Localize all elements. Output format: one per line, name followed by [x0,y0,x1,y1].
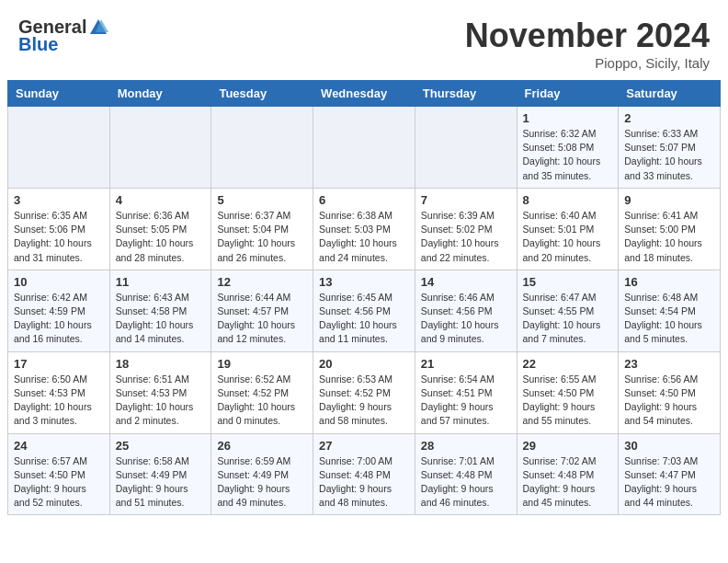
day-info: Sunrise: 6:38 AM Sunset: 5:03 PM Dayligh… [319,209,409,265]
day-header-monday: Monday [109,81,211,107]
day-number: 15 [523,275,613,289]
calendar-cell: 17Sunrise: 6:50 AM Sunset: 4:53 PM Dayli… [8,351,110,433]
day-info: Sunrise: 6:43 AM Sunset: 4:58 PM Dayligh… [116,291,206,347]
day-info: Sunrise: 6:52 AM Sunset: 4:52 PM Dayligh… [217,373,307,429]
day-info: Sunrise: 6:46 AM Sunset: 4:56 PM Dayligh… [421,291,511,347]
day-number: 9 [624,193,714,207]
day-info: Sunrise: 7:03 AM Sunset: 4:47 PM Dayligh… [624,454,714,511]
calendar-cell: 1Sunrise: 6:32 AM Sunset: 5:08 PM Daylig… [517,107,619,189]
day-number: 13 [319,275,409,289]
day-info: Sunrise: 6:32 AM Sunset: 5:08 PM Dayligh… [523,127,613,183]
calendar-cell: 28Sunrise: 7:01 AM Sunset: 4:48 PM Dayli… [415,433,517,515]
day-number: 24 [14,439,104,453]
calendar-cell [8,107,110,189]
day-header-wednesday: Wednesday [313,81,415,107]
day-info: Sunrise: 6:57 AM Sunset: 4:50 PM Dayligh… [14,454,104,511]
week-row-2: 10Sunrise: 6:42 AM Sunset: 4:59 PM Dayli… [8,270,721,351]
week-row-1: 3Sunrise: 6:35 AM Sunset: 5:06 PM Daylig… [8,188,721,270]
day-info: Sunrise: 6:45 AM Sunset: 4:56 PM Dayligh… [319,291,409,347]
day-info: Sunrise: 6:41 AM Sunset: 5:00 PM Dayligh… [624,209,714,265]
calendar-cell: 29Sunrise: 7:02 AM Sunset: 4:48 PM Dayli… [517,433,619,515]
calendar-cell: 20Sunrise: 6:53 AM Sunset: 4:52 PM Dayli… [313,351,415,433]
week-row-4: 24Sunrise: 6:57 AM Sunset: 4:50 PM Dayli… [8,433,721,515]
calendar-cell: 21Sunrise: 6:54 AM Sunset: 4:51 PM Dayli… [415,351,517,433]
day-header-tuesday: Tuesday [211,81,313,107]
day-info: Sunrise: 6:56 AM Sunset: 4:50 PM Dayligh… [624,373,714,429]
day-number: 11 [116,275,206,289]
day-number: 14 [421,275,511,289]
day-number: 5 [217,193,307,207]
day-number: 25 [116,439,206,453]
calendar-wrapper: SundayMondayTuesdayWednesdayThursdayFrid… [0,80,728,523]
calendar-cell: 18Sunrise: 6:51 AM Sunset: 4:53 PM Dayli… [109,351,211,433]
day-info: Sunrise: 6:48 AM Sunset: 4:54 PM Dayligh… [624,291,714,347]
calendar-cell: 2Sunrise: 6:33 AM Sunset: 5:07 PM Daylig… [619,107,721,189]
day-info: Sunrise: 6:53 AM Sunset: 4:52 PM Dayligh… [319,373,409,429]
calendar-cell: 5Sunrise: 6:37 AM Sunset: 5:04 PM Daylig… [211,188,313,270]
day-number: 21 [421,357,511,371]
day-info: Sunrise: 6:35 AM Sunset: 5:06 PM Dayligh… [14,209,104,265]
calendar-cell: 23Sunrise: 6:56 AM Sunset: 4:50 PM Dayli… [619,351,721,433]
calendar-cell: 16Sunrise: 6:48 AM Sunset: 4:54 PM Dayli… [619,270,721,351]
day-info: Sunrise: 6:58 AM Sunset: 4:49 PM Dayligh… [116,454,206,511]
calendar-cell: 4Sunrise: 6:36 AM Sunset: 5:05 PM Daylig… [109,188,211,270]
day-info: Sunrise: 7:00 AM Sunset: 4:48 PM Dayligh… [319,454,409,511]
day-number: 7 [421,193,511,207]
day-info: Sunrise: 6:47 AM Sunset: 4:55 PM Dayligh… [523,291,613,347]
logo: General Blue [18,17,110,55]
calendar-cell: 15Sunrise: 6:47 AM Sunset: 4:55 PM Dayli… [517,270,619,351]
calendar-cell [415,107,517,189]
calendar-cell: 8Sunrise: 6:40 AM Sunset: 5:01 PM Daylig… [517,188,619,270]
page-header: General Blue November 2024 Pioppo, Sicil… [0,0,728,80]
day-header-saturday: Saturday [619,81,721,107]
day-number: 20 [319,357,409,371]
calendar-cell [109,107,211,189]
day-info: Sunrise: 6:39 AM Sunset: 5:02 PM Dayligh… [421,209,511,265]
day-info: Sunrise: 7:01 AM Sunset: 4:48 PM Dayligh… [421,454,511,511]
calendar-cell [211,107,313,189]
day-number: 4 [116,193,206,207]
day-number: 22 [523,357,613,371]
day-info: Sunrise: 6:55 AM Sunset: 4:50 PM Dayligh… [523,373,613,429]
location: Pioppo, Sicily, Italy [465,55,710,71]
day-info: Sunrise: 6:36 AM Sunset: 5:05 PM Dayligh… [116,209,206,265]
day-header-thursday: Thursday [415,81,517,107]
calendar-cell: 13Sunrise: 6:45 AM Sunset: 4:56 PM Dayli… [313,270,415,351]
day-number: 18 [116,357,206,371]
day-number: 19 [217,357,307,371]
calendar-cell: 7Sunrise: 6:39 AM Sunset: 5:02 PM Daylig… [415,188,517,270]
calendar-cell: 24Sunrise: 6:57 AM Sunset: 4:50 PM Dayli… [8,433,110,515]
day-number: 12 [217,275,307,289]
day-info: Sunrise: 6:42 AM Sunset: 4:59 PM Dayligh… [14,291,104,347]
day-info: Sunrise: 7:02 AM Sunset: 4:48 PM Dayligh… [523,454,613,511]
calendar-cell: 22Sunrise: 6:55 AM Sunset: 4:50 PM Dayli… [517,351,619,433]
day-number: 28 [421,439,511,453]
day-header-friday: Friday [517,81,619,107]
day-info: Sunrise: 6:44 AM Sunset: 4:57 PM Dayligh… [217,291,307,347]
day-info: Sunrise: 6:37 AM Sunset: 5:04 PM Dayligh… [217,209,307,265]
calendar-table: SundayMondayTuesdayWednesdayThursdayFrid… [7,80,721,515]
day-number: 27 [319,439,409,453]
week-row-0: 1Sunrise: 6:32 AM Sunset: 5:08 PM Daylig… [8,107,721,189]
day-number: 30 [624,439,714,453]
calendar-cell: 11Sunrise: 6:43 AM Sunset: 4:58 PM Dayli… [109,270,211,351]
day-number: 29 [523,439,613,453]
days-header-row: SundayMondayTuesdayWednesdayThursdayFrid… [8,81,721,107]
day-number: 16 [624,275,714,289]
calendar-cell: 25Sunrise: 6:58 AM Sunset: 4:49 PM Dayli… [109,433,211,515]
day-number: 26 [217,439,307,453]
calendar-cell: 14Sunrise: 6:46 AM Sunset: 4:56 PM Dayli… [415,270,517,351]
calendar-cell: 30Sunrise: 7:03 AM Sunset: 4:47 PM Dayli… [619,433,721,515]
day-number: 3 [14,193,104,207]
day-info: Sunrise: 6:51 AM Sunset: 4:53 PM Dayligh… [116,373,206,429]
day-info: Sunrise: 6:59 AM Sunset: 4:49 PM Dayligh… [217,454,307,511]
calendar-cell: 10Sunrise: 6:42 AM Sunset: 4:59 PM Dayli… [8,270,110,351]
logo-icon [88,17,108,38]
logo-blue-text: Blue [18,34,58,55]
calendar-cell: 6Sunrise: 6:38 AM Sunset: 5:03 PM Daylig… [313,188,415,270]
day-number: 8 [523,193,613,207]
calendar-cell: 26Sunrise: 6:59 AM Sunset: 4:49 PM Dayli… [211,433,313,515]
day-info: Sunrise: 6:33 AM Sunset: 5:07 PM Dayligh… [624,127,714,183]
day-number: 10 [14,275,104,289]
calendar-cell: 9Sunrise: 6:41 AM Sunset: 5:00 PM Daylig… [619,188,721,270]
